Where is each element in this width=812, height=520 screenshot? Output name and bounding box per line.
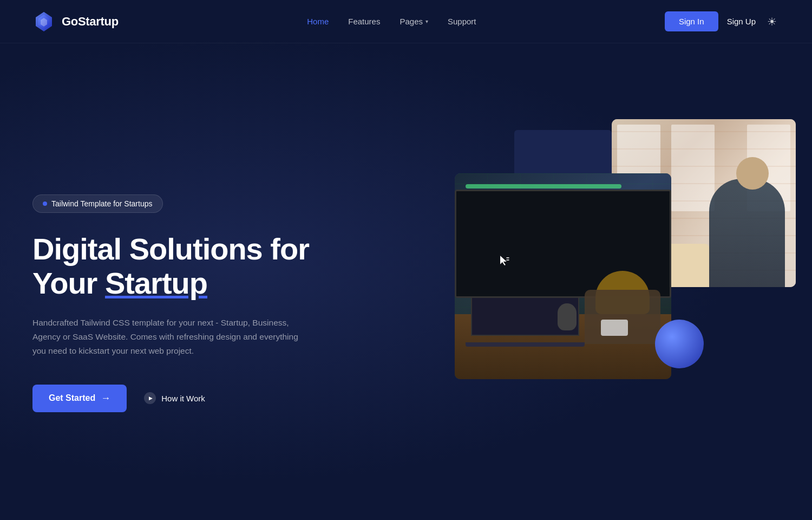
- hero-badge: Tailwind Template for Startups: [32, 194, 163, 213]
- nav-support[interactable]: Support: [448, 17, 476, 26]
- nav-pages[interactable]: Pages ▾: [400, 17, 428, 26]
- chevron-down-icon: ▾: [425, 18, 428, 24]
- logo-area: GoStartup: [32, 10, 119, 33]
- hero-subtitle: Handcrafted Tailwind CSS template for yo…: [32, 316, 303, 359]
- nav-actions: Sign In Sign Up ☀: [665, 11, 780, 31]
- decorative-sphere: [655, 320, 704, 368]
- hero-title: Digital Solutions for Your Startup: [32, 232, 346, 300]
- nav-links: Home Features Pages ▾ Support: [307, 17, 476, 26]
- nav-home[interactable]: Home: [307, 17, 329, 26]
- how-it-works-label: How it Work: [161, 394, 205, 403]
- hero-title-line1: Digital Solutions for: [32, 232, 309, 266]
- get-started-button[interactable]: Get Started →: [32, 385, 127, 412]
- nav-features[interactable]: Features: [348, 17, 380, 26]
- badge-label: Tailwind Template for Startups: [51, 199, 153, 208]
- get-started-label: Get Started: [49, 393, 95, 403]
- hero-content: Tailwind Template for Startups Digital S…: [32, 184, 346, 412]
- badge-dot: [43, 202, 47, 206]
- navbar: GoStartup Home Features Pages ▾ Support …: [0, 0, 812, 43]
- signin-button[interactable]: Sign In: [665, 11, 718, 31]
- developer-image: [455, 173, 671, 379]
- arrow-icon: →: [101, 393, 110, 404]
- hero-title-line2-plain: Your: [32, 266, 105, 300]
- logo-icon: [32, 10, 55, 33]
- theme-toggle-button[interactable]: ☀: [764, 14, 780, 29]
- dev-image-bg: [455, 173, 671, 379]
- hero-images: [444, 87, 812, 390]
- brand-name: GoStartup: [62, 15, 119, 29]
- hero-section: Tailwind Template for Startups Digital S…: [0, 43, 812, 520]
- hero-title-highlight: Startup: [105, 266, 207, 300]
- how-it-works-button[interactable]: ▶ How it Work: [144, 392, 205, 404]
- cursor-icon: [498, 255, 510, 269]
- play-icon: ▶: [144, 392, 156, 404]
- signup-button[interactable]: Sign Up: [727, 17, 756, 26]
- hero-buttons: Get Started → ▶ How it Work: [32, 385, 346, 412]
